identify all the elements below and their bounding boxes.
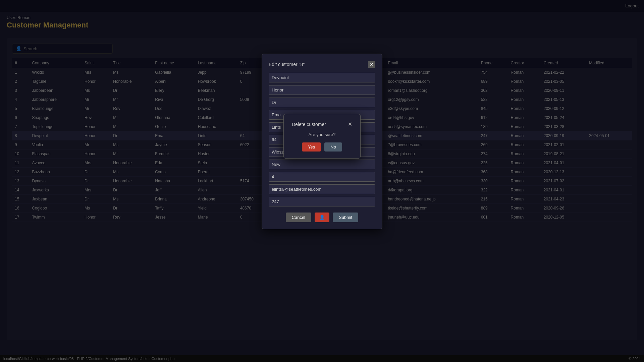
delete-confirm-modal: Delete customer ✕ Are you sure? Yes No — [283, 114, 361, 159]
delete-modal-message: Are you sure? — [292, 132, 352, 137]
salutation-input[interactable] — [269, 85, 375, 95]
submit-button[interactable]: Submit — [333, 213, 358, 222]
delete-button[interactable]: 👤 — [315, 213, 329, 222]
email-input[interactable] — [269, 184, 375, 194]
delete-modal-actions: Yes No — [292, 142, 352, 152]
cancel-button[interactable]: Cancel — [286, 213, 311, 222]
edit-modal-title: Edit customer "8" — [269, 62, 305, 67]
edit-modal-close-button[interactable]: ✕ — [368, 61, 375, 68]
title-input[interactable] — [269, 98, 375, 107]
edit-modal-header: Edit customer "8" ✕ — [269, 61, 375, 68]
delete-modal-header: Delete customer ✕ — [292, 121, 352, 127]
edit-modal-footer: Cancel 👤 Submit — [269, 213, 375, 222]
delete-modal-title: Delete customer — [292, 122, 326, 127]
confirm-no-button[interactable]: No — [324, 142, 342, 152]
new-field-input[interactable] — [269, 160, 375, 169]
confirm-yes-button[interactable]: Yes — [302, 142, 321, 152]
nr-input[interactable] — [269, 172, 375, 182]
delete-modal-close-button[interactable]: ✕ — [348, 121, 352, 127]
company-input[interactable] — [269, 73, 375, 82]
delete-icon: 👤 — [319, 215, 325, 220]
phone-input[interactable] — [269, 197, 375, 206]
